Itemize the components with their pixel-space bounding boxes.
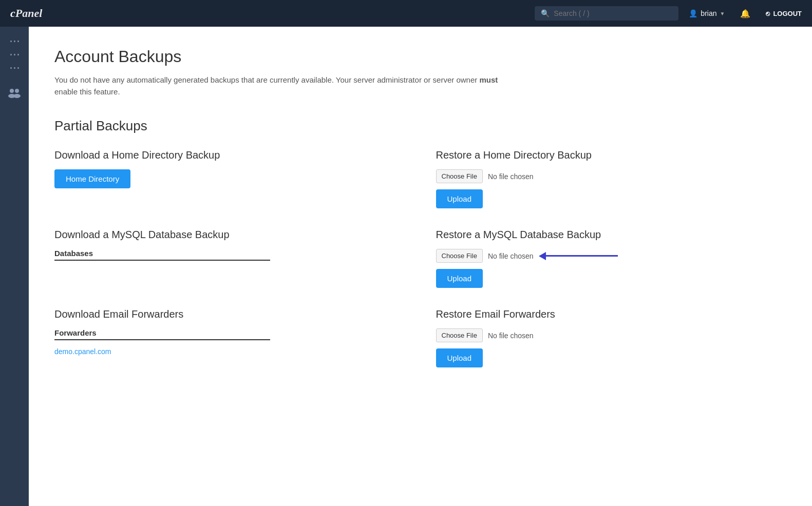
chevron-down-icon: ▼ <box>720 11 725 16</box>
restore-email-upload-button[interactable]: Upload <box>436 348 483 367</box>
restore-home-section: Restore a Home Directory Backup Choose F… <box>436 149 787 208</box>
restore-home-file-row: Choose File No file chosen <box>436 169 787 183</box>
restore-mysql-choose-file-button[interactable]: Choose File <box>436 249 483 263</box>
layout: ⋅⋅⋅⋅⋅⋅⋅⋅⋅ Account Backups You do not hav… <box>0 27 812 506</box>
forwarder-link[interactable]: demo.cpanel.com <box>54 345 405 358</box>
databases-label: Databases <box>54 249 405 258</box>
restore-email-choose-file-button[interactable]: Choose File <box>436 328 483 342</box>
sidebar-users-icon[interactable] <box>8 87 21 102</box>
download-home-title: Download a Home Directory Backup <box>54 149 405 161</box>
restore-email-section: Restore Email Forwarders Choose File No … <box>436 308 787 367</box>
download-mysql-section: Download a MySQL Database Backup Databas… <box>54 229 405 288</box>
forwarders-label: Forwarders <box>54 328 405 337</box>
logout-button[interactable]: ⎋ LOGOUT <box>766 10 802 17</box>
restore-home-no-file: No file chosen <box>488 172 534 181</box>
restore-email-file-row: Choose File No file chosen <box>436 328 787 342</box>
bell-icon[interactable]: 🔔 <box>740 9 750 18</box>
svg-point-3 <box>13 94 21 98</box>
logout-icon: ⎋ <box>766 10 770 17</box>
page-title: Account Backups <box>54 47 786 66</box>
download-mysql-title: Download a MySQL Database Backup <box>54 229 405 241</box>
restore-mysql-no-file: No file chosen <box>488 252 534 260</box>
forwarders-underline <box>54 339 270 340</box>
logo: cPanel <box>10 7 42 20</box>
search-bar[interactable]: 🔍 <box>535 6 678 21</box>
restore-mysql-upload-button[interactable]: Upload <box>436 269 483 288</box>
restore-home-upload-button[interactable]: Upload <box>436 189 483 208</box>
download-home-section: Download a Home Directory Backup Home Di… <box>54 149 405 208</box>
user-icon: 👤 <box>689 9 697 17</box>
restore-email-no-file: No file chosen <box>488 332 534 340</box>
restore-mysql-title: Restore a MySQL Database Backup <box>436 229 787 241</box>
partial-backups-grid: Download a Home Directory Backup Home Di… <box>54 149 786 367</box>
sidebar-grid-icon[interactable]: ⋅⋅⋅⋅⋅⋅⋅⋅⋅ <box>9 35 20 75</box>
arrow-line <box>546 255 618 257</box>
main-content: Account Backups You do not have any auto… <box>29 27 812 506</box>
restore-email-title: Restore Email Forwarders <box>436 308 787 320</box>
restore-home-title: Restore a Home Directory Backup <box>436 149 787 161</box>
user-menu[interactable]: 👤 brian ▼ <box>689 9 725 17</box>
arrow-head <box>539 252 546 260</box>
download-email-title: Download Email Forwarders <box>54 308 405 320</box>
username-label: brian <box>701 9 716 17</box>
restore-mysql-file-row: Choose File No file chosen <box>436 249 787 263</box>
restore-mysql-section: Restore a MySQL Database Backup Choose F… <box>436 229 787 288</box>
page-description: You do not have any automatically genera… <box>54 74 517 98</box>
header: cPanel 🔍 👤 brian ▼ 🔔 ⎋ LOGOUT <box>0 0 812 27</box>
arrow-annotation <box>539 252 618 260</box>
download-email-section: Download Email Forwarders Forwarders dem… <box>54 308 405 367</box>
search-icon: 🔍 <box>541 9 550 17</box>
databases-underline <box>54 260 270 261</box>
search-input[interactable] <box>554 9 656 17</box>
restore-home-choose-file-button[interactable]: Choose File <box>436 169 483 183</box>
sidebar: ⋅⋅⋅⋅⋅⋅⋅⋅⋅ <box>0 27 29 506</box>
svg-point-1 <box>15 89 19 93</box>
home-directory-button[interactable]: Home Directory <box>54 169 130 188</box>
partial-backups-title: Partial Backups <box>54 118 786 134</box>
svg-point-0 <box>10 89 14 93</box>
